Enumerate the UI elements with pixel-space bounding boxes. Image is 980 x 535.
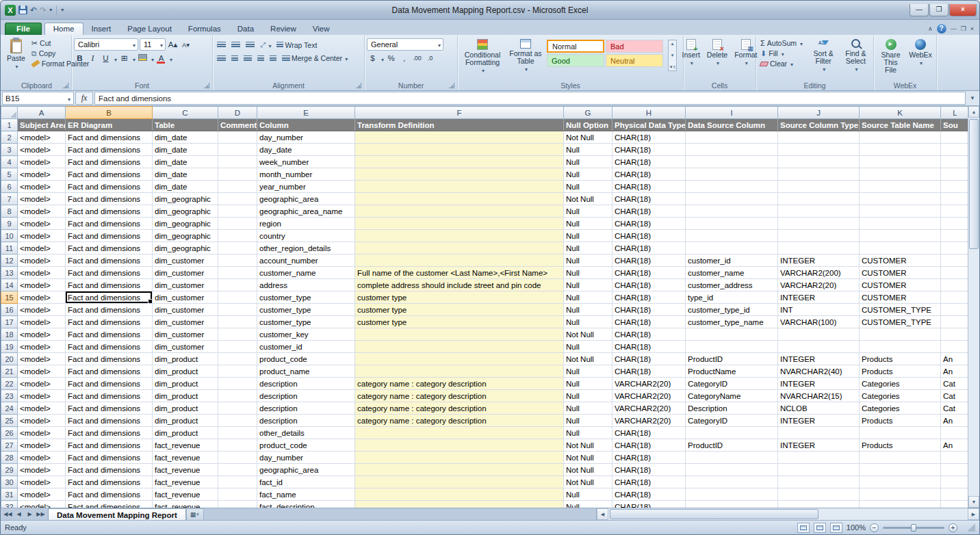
cell-E26[interactable]: other_details	[257, 427, 355, 439]
cell-B11[interactable]: Fact and dimensions	[66, 242, 153, 255]
cell-A6[interactable]: <model>	[18, 181, 66, 193]
gallery-more-icon[interactable]: ▼≡	[669, 65, 675, 69]
cell-F14[interactable]: complete address should include street a…	[355, 279, 564, 291]
cell-H18[interactable]: CHAR(18)	[612, 328, 686, 341]
cell-B7[interactable]: Fact and dimensions	[66, 193, 153, 205]
row-header-14[interactable]: 14	[1, 279, 18, 291]
cell-I29[interactable]	[686, 464, 778, 476]
cell-E13[interactable]: customer_name	[257, 267, 355, 279]
cell-D28[interactable]	[218, 452, 257, 464]
cell-I10[interactable]	[686, 230, 778, 242]
cell-G16[interactable]: Null	[564, 304, 612, 316]
cell-L6[interactable]	[941, 181, 970, 193]
cell-G1[interactable]: Null Option	[564, 119, 612, 131]
cell-I20[interactable]: ProductID	[686, 353, 778, 365]
scroll-right-icon[interactable]: ▶	[968, 508, 979, 520]
cell-C28[interactable]: fact_revenue	[153, 452, 218, 464]
borders-dropdown-icon[interactable]	[131, 54, 136, 64]
name-box[interactable]: B15	[2, 92, 74, 105]
cell-B30[interactable]: Fact and dimensions	[66, 476, 153, 488]
cell-J31[interactable]	[778, 488, 860, 501]
cell-E2[interactable]: day_number	[257, 131, 355, 144]
cell-I28[interactable]	[686, 452, 778, 464]
cell-F7[interactable]	[355, 193, 564, 205]
cell-C18[interactable]: dim_customer	[153, 328, 218, 341]
cell-E17[interactable]: customer_type	[257, 316, 355, 328]
row-header-6[interactable]: 6	[1, 181, 18, 193]
cell-L28[interactable]	[941, 452, 970, 464]
minimize-button[interactable]: —	[910, 4, 929, 16]
cell-H27[interactable]: CHAR(18)	[612, 439, 686, 452]
cell-D31[interactable]	[218, 488, 257, 501]
underline-button[interactable]: U	[100, 53, 112, 64]
cell-L12[interactable]	[941, 255, 970, 267]
row-header-2[interactable]: 2	[1, 131, 18, 144]
accounting-dropdown-icon[interactable]	[380, 54, 384, 64]
cell-L3[interactable]	[941, 144, 970, 156]
cell-H12[interactable]: CHAR(18)	[612, 255, 686, 267]
cell-A10[interactable]: <model>	[18, 230, 66, 242]
cell-F9[interactable]	[355, 218, 564, 230]
cell-G17[interactable]: Null	[564, 316, 612, 328]
row-header-4[interactable]: 4	[1, 156, 18, 168]
cell-A4[interactable]: <model>	[18, 156, 66, 168]
share-file-button[interactable]: Share This File	[876, 37, 905, 75]
row-header-8[interactable]: 8	[1, 205, 18, 218]
font-size-select[interactable]: 11	[140, 38, 166, 51]
tab-page-layout[interactable]: Page Layout	[119, 23, 180, 35]
cell-C27[interactable]: fact_revenue	[153, 439, 218, 452]
cell-J8[interactable]	[778, 205, 860, 218]
clipboard-dialog-launcher-icon[interactable]	[63, 83, 68, 88]
cell-L20[interactable]: An	[941, 353, 970, 365]
cell-C12[interactable]: dim_customer	[153, 255, 218, 267]
cell-style-good[interactable]: Good	[547, 54, 604, 67]
cell-J2[interactable]	[778, 131, 860, 144]
cell-I27[interactable]: ProductID	[686, 439, 778, 452]
cell-E24[interactable]: description	[257, 402, 355, 415]
webex-button[interactable]: WebEx	[907, 37, 934, 68]
cell-B15[interactable]: Fact and dimensions	[66, 291, 153, 304]
find-select-button[interactable]: Find & Select	[840, 37, 871, 74]
cell-I32[interactable]	[686, 501, 778, 508]
row-header-26[interactable]: 26	[1, 427, 18, 439]
cell-B10[interactable]: Fact and dimensions	[66, 230, 153, 242]
cell-L9[interactable]	[941, 218, 970, 230]
cell-style-normal[interactable]: Normal	[547, 40, 604, 53]
autosum-button[interactable]: ΣAutoSum	[758, 38, 807, 48]
cell-I31[interactable]	[686, 488, 778, 501]
excel-app-icon[interactable]: X	[5, 5, 16, 16]
formula-bar-expand-icon[interactable]: ▼	[967, 92, 978, 105]
cell-A2[interactable]: <model>	[18, 131, 66, 144]
cell-H15[interactable]: CHAR(18)	[612, 291, 686, 304]
cell-H22[interactable]: VARCHAR2(20)	[612, 378, 686, 390]
cell-K23[interactable]: Categories	[860, 390, 941, 402]
cell-H14[interactable]: CHAR(18)	[612, 279, 686, 291]
font-family-select[interactable]: Calibri	[74, 38, 138, 51]
cell-C8[interactable]: dim_geographic	[153, 205, 218, 218]
cell-H3[interactable]: CHAR(18)	[612, 144, 686, 156]
cell-K8[interactable]	[860, 205, 941, 218]
cell-G19[interactable]: Null	[564, 341, 612, 353]
cell-E23[interactable]: description	[257, 390, 355, 402]
cell-C7[interactable]: dim_geographic	[153, 193, 218, 205]
cell-I18[interactable]	[686, 328, 778, 341]
conditional-formatting-button[interactable]: Conditional Formatting	[460, 37, 505, 75]
cell-E8[interactable]: geographic_area_name	[257, 205, 355, 218]
cell-G8[interactable]: Null	[564, 205, 612, 218]
cell-H13[interactable]: CHAR(18)	[612, 267, 686, 279]
cell-B12[interactable]: Fact and dimensions	[66, 255, 153, 267]
number-format-select[interactable]: General	[367, 38, 443, 51]
cell-C32[interactable]: fact_revenue	[153, 501, 218, 508]
cell-J22[interactable]: INTEGER	[778, 378, 860, 390]
cell-A31[interactable]: <model>	[18, 488, 66, 501]
cell-B2[interactable]: Fact and dimensions	[66, 131, 153, 144]
clear-button[interactable]: Clear	[758, 59, 807, 68]
close-button[interactable]: ×	[949, 4, 977, 16]
cell-L25[interactable]: An	[941, 415, 970, 427]
cell-G32[interactable]: Null	[564, 501, 612, 508]
vertical-scrollbar[interactable]: ▲ ▼	[968, 106, 979, 508]
number-dialog-launcher-icon[interactable]	[449, 83, 454, 88]
cell-H25[interactable]: VARCHAR2(20)	[612, 415, 686, 427]
horizontal-scrollbar[interactable]: ◀ ▶	[596, 508, 979, 520]
shrink-font-button[interactable]: A▾	[180, 39, 192, 51]
